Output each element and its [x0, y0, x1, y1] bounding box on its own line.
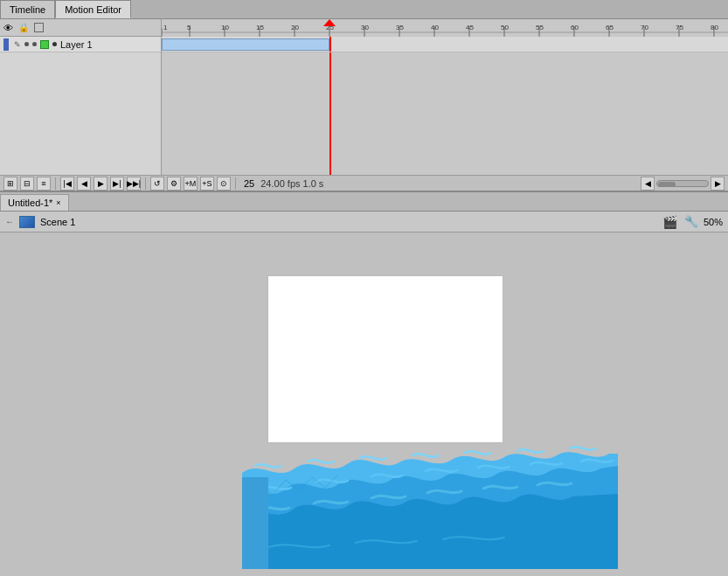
- timeline-toolbar: ⊞ ⊟ ≡ |◀ ◀ ▶ ▶| ▶▶| ↺ ⚙ +M +S ⊙ 25 24.00…: [0, 175, 728, 191]
- svg-text:70: 70: [641, 24, 648, 31]
- clip-icon: 🎬: [662, 214, 679, 230]
- empty-frames: [162, 52, 728, 175]
- frame-tween: [162, 38, 329, 51]
- svg-text:75: 75: [676, 24, 683, 31]
- svg-text:80: 80: [711, 24, 718, 31]
- last-frame-button[interactable]: ▶▶|: [127, 177, 141, 191]
- layers-area: ✎ Layer 1: [0, 37, 728, 175]
- scene-tools: 🎬 🔧 50%: [662, 214, 723, 230]
- scroll-controls: ◀ ▶: [641, 177, 725, 191]
- layer-tween-dot: [52, 42, 57, 46]
- doc-tab-label: Untitled-1*: [8, 198, 52, 208]
- timeline-panel: 👁 🔒 1 5 10 15: [0, 19, 728, 192]
- scene-bar: ← Scene 1 🎬 🔧 50%: [0, 212, 728, 232]
- svg-text:10: 10: [221, 24, 229, 31]
- edit-icon[interactable]: 🔧: [683, 214, 700, 230]
- layer-list: ✎ Layer 1: [0, 37, 162, 175]
- layer-props-button[interactable]: ≡: [37, 177, 51, 191]
- scroll-right-button[interactable]: ▶: [711, 177, 725, 191]
- doc-tab-bar: Untitled-1* ×: [0, 192, 728, 212]
- zoom-label: 50%: [704, 217, 723, 227]
- separator-2: [145, 177, 146, 190]
- frames-container: [162, 37, 728, 175]
- layer-color-bar: [3, 38, 9, 51]
- layer-visibility-dot: [24, 42, 29, 46]
- layer-row[interactable]: ✎ Layer 1: [0, 37, 161, 52]
- svg-text:50: 50: [501, 24, 509, 31]
- loop-button[interactable]: ↺: [150, 177, 164, 191]
- settings-button[interactable]: ⚙: [167, 177, 181, 191]
- lock-icon: 🔒: [18, 23, 29, 32]
- svg-text:5: 5: [187, 24, 191, 31]
- playhead-line-frames: [329, 37, 331, 52]
- svg-text:15: 15: [256, 24, 264, 31]
- svg-text:1: 1: [163, 24, 168, 31]
- tab-motion-editor[interactable]: Motion Editor: [55, 0, 131, 18]
- ruler-svg: 1 5 10 15 20 25 30: [162, 19, 728, 37]
- onion-skin-button[interactable]: ⊙: [217, 177, 231, 191]
- layer-controls-header: 👁 🔒: [0, 19, 162, 36]
- svg-text:60: 60: [571, 24, 579, 31]
- current-frame-number: 25: [240, 178, 258, 189]
- svg-text:40: 40: [431, 24, 439, 31]
- svg-text:35: 35: [396, 24, 404, 31]
- frame-icon: [34, 23, 44, 32]
- first-frame-button[interactable]: |◀: [60, 177, 74, 191]
- ocean-left-extension: [242, 477, 268, 569]
- separator-1: [55, 177, 56, 190]
- scroll-bar[interactable]: [656, 180, 709, 187]
- scroll-thumb: [658, 182, 676, 187]
- stage-white: [268, 276, 503, 442]
- scene-label: Scene 1: [40, 217, 75, 227]
- play-button[interactable]: ▶: [94, 177, 107, 191]
- pencil-icon: ✎: [14, 40, 21, 49]
- add-layer-button[interactable]: ⊞: [3, 177, 17, 191]
- delete-layer-button[interactable]: ⊟: [20, 177, 34, 191]
- ruler: 1 5 10 15 20 25 30: [162, 19, 728, 37]
- back-arrow[interactable]: ←: [5, 217, 14, 226]
- svg-marker-35: [323, 19, 336, 26]
- add-motion-button[interactable]: +M: [184, 177, 198, 191]
- svg-text:45: 45: [466, 24, 474, 31]
- separator-3: [235, 177, 236, 190]
- frame-row-1: [162, 37, 728, 52]
- doc-tab-untitled[interactable]: Untitled-1* ×: [0, 194, 69, 211]
- layer-name: Layer 1: [60, 39, 93, 50]
- playhead-line-empty: [329, 52, 331, 175]
- svg-text:65: 65: [606, 24, 614, 31]
- prev-frame-button[interactable]: ◀: [77, 177, 91, 191]
- svg-text:30: 30: [361, 24, 369, 31]
- layer-lock-dot: [32, 42, 37, 46]
- next-frame-button[interactable]: ▶|: [110, 177, 124, 191]
- layer-keyframe-square: [40, 40, 49, 49]
- svg-text:20: 20: [291, 24, 299, 31]
- fps-label: 24.00 fps: [260, 178, 300, 189]
- canvas-area: [0, 232, 728, 576]
- empty-layer-area: [0, 52, 161, 175]
- scene-icon: [19, 216, 35, 228]
- duration-label: 1.0 s: [303, 178, 324, 189]
- tab-timeline[interactable]: Timeline: [0, 0, 55, 18]
- eye-icon: 👁: [3, 23, 13, 33]
- timeline-header: 👁 🔒 1 5 10 15: [0, 19, 728, 37]
- scroll-left-button[interactable]: ◀: [641, 177, 655, 191]
- svg-text:55: 55: [536, 24, 544, 31]
- ocean-svg: [242, 420, 618, 569]
- tab-bar: Timeline Motion Editor: [0, 0, 728, 19]
- add-shape-button[interactable]: +S: [200, 177, 214, 191]
- doc-tab-close-button[interactable]: ×: [56, 198, 60, 207]
